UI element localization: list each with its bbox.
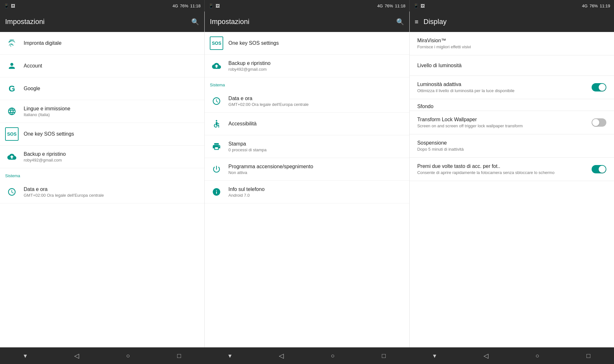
account-icon xyxy=(5,59,19,73)
nav-recent-left[interactable]: ▾ xyxy=(17,349,33,362)
nav-recent-mid[interactable]: ▾ xyxy=(222,349,238,362)
settings-item-schedule[interactable]: Programma accensione/spegnimento Non att… xyxy=(205,158,409,181)
display-section-sfondo: Sfondo xyxy=(410,99,614,111)
google-title: Google xyxy=(24,86,199,91)
datetime-title-left: Data e ora xyxy=(24,186,199,192)
sleep-subtitle: Dopo 5 minuti di inattività xyxy=(417,147,606,152)
settings-item-sos-mid[interactable]: SOS One key SOS settings xyxy=(205,32,409,55)
nav-back-right[interactable]: ◁ xyxy=(477,349,495,362)
print-title: Stampa xyxy=(228,141,404,147)
display-list: MiraVision™ Fornisce i migliori effetti … xyxy=(410,32,614,347)
sos-icon: SOS xyxy=(5,127,19,141)
display-item-adaptive[interactable]: Luminosità adattiva Ottimizza il livello… xyxy=(410,76,614,99)
print-subtitle: 0 processi di stampa xyxy=(228,147,404,152)
account-text: Account xyxy=(24,63,199,69)
backup-subtitle-mid: roby492@gmail.com xyxy=(228,67,404,72)
settings-item-datetime-left[interactable]: Data e ora GMT+02:00 Ora legale dell'Eur… xyxy=(0,181,204,203)
panel-left: Impostazioni 🔍 Impronta digitale Accoun xyxy=(0,12,205,347)
backup-text-mid: Backup e ripristino roby492@gmail.com xyxy=(228,60,404,72)
settings-item-datetime-mid[interactable]: Data e ora GMT+02:00 Ora legale dell'Eur… xyxy=(205,90,409,113)
settings-item-sos[interactable]: SOS One key SOS settings xyxy=(0,123,204,146)
toolbar-icons-left: 🔍 xyxy=(191,18,199,26)
nav-menu-mid[interactable]: □ xyxy=(375,350,392,362)
display-item-miravision[interactable]: MiraVision™ Fornisce i migliori effetti … xyxy=(410,32,614,55)
search-icon-left[interactable]: 🔍 xyxy=(191,18,199,26)
nav-back-left[interactable]: ◁ xyxy=(68,349,85,362)
settings-item-fingerprint[interactable]: Impronta digitale xyxy=(0,32,204,55)
toolbar-title-right: Display xyxy=(423,18,446,26)
accessibility-text: Accessibilità xyxy=(228,121,404,127)
bottom-nav-right: ▾ ◁ ○ □ xyxy=(409,347,614,364)
nav-recent-right[interactable]: ▾ xyxy=(427,349,443,362)
settings-item-backup[interactable]: Backup e ripristino roby492@gmail.com xyxy=(0,146,204,168)
status-info-middle: 4G 76% 11:18 xyxy=(377,4,405,8)
language-icon xyxy=(5,105,19,118)
settings-item-language[interactable]: Lingue e immissione Italiano (Italia) xyxy=(0,100,204,123)
sleep-text: Sospensione Dopo 5 minuti di inattività xyxy=(417,140,606,152)
schedule-subtitle: Non attiva xyxy=(228,170,404,175)
transform-toggle[interactable] xyxy=(592,118,606,127)
double-press-toggle-knob xyxy=(599,166,606,173)
settings-item-account[interactable]: Account xyxy=(0,55,204,77)
adaptive-subtitle: Ottimizza il livello di luminosità per l… xyxy=(417,88,592,93)
display-item-double-press[interactable]: Premi due volte tasto di acc. per fot.. … xyxy=(410,158,614,181)
transform-text: Transform Lock Wallpaper Screen on and s… xyxy=(417,117,592,128)
nav-menu-right[interactable]: □ xyxy=(580,350,597,362)
nav-menu-left[interactable]: □ xyxy=(171,350,187,362)
toolbar-title-left: Impostazioni xyxy=(5,18,45,26)
network-left: 4G xyxy=(172,4,178,8)
datetime-icon-mid xyxy=(210,94,223,108)
display-item-brightness[interactable]: Livello di luminosità xyxy=(410,55,614,76)
status-info-right: 4G 76% 11:19 xyxy=(582,4,610,8)
backup-subtitle: roby492@gmail.com xyxy=(24,158,199,162)
menu-icon-right[interactable]: ≡ xyxy=(415,18,419,26)
panel-middle: Impostazioni 🔍 SOS One key SOS settings … xyxy=(205,12,409,347)
gallery-icon: 🖼 xyxy=(11,4,15,8)
status-icons-middle: 📱 🖼 xyxy=(209,4,220,8)
settings-item-info[interactable]: Info sul telefono Android 7.0 xyxy=(205,181,409,203)
sos-title: One key SOS settings xyxy=(24,131,199,137)
schedule-icon xyxy=(210,162,223,176)
double-press-text: Premi due volte tasto di acc. per fot.. … xyxy=(417,163,592,175)
account-title: Account xyxy=(24,63,199,69)
toolbar-right: ≡ Display xyxy=(410,12,614,32)
display-item-sleep[interactable]: Sospensione Dopo 5 minuti di inattività xyxy=(410,134,614,158)
bottom-nav-middle: ▾ ◁ ○ □ xyxy=(205,347,409,364)
transform-title: Transform Lock Wallpaper xyxy=(417,117,592,123)
double-press-title: Premi due volte tasto di acc. per fot.. xyxy=(417,163,592,169)
double-press-toggle[interactable] xyxy=(592,165,606,173)
fingerprint-title: Impronta digitale xyxy=(24,40,199,46)
nav-back-mid[interactable]: ◁ xyxy=(272,349,290,362)
display-item-transform[interactable]: Transform Lock Wallpaper Screen on and s… xyxy=(410,111,614,134)
backup-icon-mid xyxy=(210,59,223,73)
print-icon xyxy=(210,140,223,153)
transform-toggle-knob xyxy=(592,119,599,126)
sim-icon-right: 📱 xyxy=(413,4,419,8)
language-subtitle: Italiano (Italia) xyxy=(24,112,199,117)
status-icons-right: 📱 🖼 xyxy=(413,4,425,8)
status-bar-left: 📱 🖼 4G 76% 11:18 xyxy=(0,0,204,12)
search-icon-middle[interactable]: 🔍 xyxy=(396,18,404,26)
settings-item-google[interactable]: G Google xyxy=(0,77,204,100)
sos-text-mid: One key SOS settings xyxy=(228,40,404,46)
time-left: 11:18 xyxy=(190,4,201,8)
nav-home-left[interactable]: ○ xyxy=(120,350,136,362)
toolbar-title-middle: Impostazioni xyxy=(210,18,249,26)
adaptive-toggle[interactable] xyxy=(592,83,606,91)
backup-icon xyxy=(5,150,19,163)
accessibility-icon xyxy=(210,117,223,131)
settings-item-print[interactable]: Stampa 0 processi di stampa xyxy=(205,135,409,158)
nav-home-mid[interactable]: ○ xyxy=(324,350,341,362)
info-text: Info sul telefono Android 7.0 xyxy=(228,186,404,198)
svg-point-0 xyxy=(216,120,217,122)
nav-home-right[interactable]: ○ xyxy=(529,350,546,362)
settings-item-backup-mid[interactable]: Backup e ripristino roby492@gmail.com xyxy=(205,55,409,77)
status-bar-row: 📱 🖼 4G 76% 11:18 📱 🖼 4G 76% 11:18 📱 🖼 4G… xyxy=(0,0,614,12)
battery-right: 76% xyxy=(589,4,598,8)
time-right: 11:19 xyxy=(600,4,610,8)
settings-item-accessibility[interactable]: Accessibilità xyxy=(205,113,409,135)
section-header-sistema-mid: Sistema xyxy=(205,77,409,90)
miravision-text: MiraVision™ Fornisce i migliori effetti … xyxy=(417,38,606,49)
status-bar-right: 📱 🖼 4G 76% 11:19 xyxy=(410,0,614,12)
adaptive-text: Luminosità adattiva Ottimizza il livello… xyxy=(417,82,592,93)
